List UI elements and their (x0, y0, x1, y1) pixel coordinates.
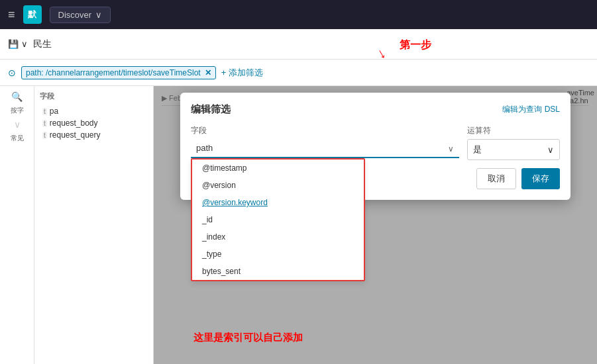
operator-chevron: ∨ (547, 145, 554, 155)
save-filter-button[interactable]: 保存 (521, 168, 560, 189)
filter-sidebar-label: 按字 (11, 106, 24, 115)
content-area: ▶ Feb 19, 2024 @ 15:03:04.517 path: /cha… (154, 86, 597, 364)
add-filter-button[interactable]: + 添加筛选 (221, 67, 263, 79)
field-item-request-query[interactable]: t request_query (40, 129, 148, 141)
save-chevron: ∨ (21, 39, 28, 49)
filter-chip-text: path: /channelarrangement/timeslot/saveT… (26, 68, 201, 77)
field-column-label: 字段 (191, 125, 459, 136)
search-icon: 🔍 (11, 91, 23, 102)
modal-title: 编辑筛选 (191, 103, 231, 116)
topbar: ≡ 默 Discover ∨ (0, 0, 597, 29)
save-icon: 💾 (8, 39, 19, 49)
operator-column-label: 运算符 (467, 125, 560, 136)
field-name-request-body: request_body (50, 118, 98, 128)
left-panel: 字段 t pa t request_body t request_query (34, 86, 154, 364)
chevron-down-icon: ∨ (95, 10, 102, 20)
field-type-t3: t (42, 132, 47, 139)
secondbar: 💾 ∨ 民生 (0, 29, 597, 60)
operator-column: 运算符 是 ∨ (467, 125, 560, 160)
main-area: 🔍 按字 ∨ 常见 字段 t pa t request_body t reque… (0, 86, 597, 364)
username-label: 民生 (33, 38, 52, 50)
menu-icon[interactable]: ≡ (8, 8, 15, 22)
field-input-container: ∨ @timestamp @version @version.keyword _… (191, 139, 459, 158)
operator-select[interactable]: 是 ∨ (467, 139, 560, 160)
filter-chip-close[interactable]: ✕ (205, 68, 211, 77)
dropdown-item-id[interactable]: _id (192, 211, 364, 228)
field-input[interactable] (191, 139, 459, 158)
dropdown-item-index[interactable]: _index (192, 228, 364, 246)
search-sidebar-btn[interactable]: 🔍 (11, 91, 23, 102)
sidebar: 🔍 按字 ∨ 常见 (0, 86, 34, 364)
dropdown-item-type[interactable]: _type (192, 246, 364, 263)
chevron-sidebar[interactable]: ∨ (14, 119, 21, 130)
field-item-path[interactable]: t pa (40, 105, 148, 117)
filterbar: ⊙ path: /channelarrangement/timeslot/sav… (0, 60, 597, 86)
modal-dsl-link[interactable]: 编辑为查询 DSL (502, 104, 560, 115)
chevron-down-icon: ∨ (448, 144, 454, 154)
field-item-request-body[interactable]: t request_body (40, 117, 148, 129)
operator-value: 是 (473, 144, 482, 156)
field-type-t2: t (42, 120, 47, 127)
discover-button[interactable]: Discover ∨ (50, 7, 111, 23)
dropdown-item-bytes-sent[interactable]: bytes_sent (192, 263, 364, 280)
field-name-request-query: request_query (50, 130, 101, 140)
dropdown-item-version-keyword[interactable]: @version.keyword (192, 194, 364, 211)
cancel-button[interactable]: 取消 (476, 168, 516, 189)
modal-fields-row: 字段 ∨ @timestamp @version @version.keywor… (191, 125, 560, 160)
field-type-t: t (42, 108, 47, 115)
filter-sidebar-btn[interactable]: 按字 (11, 106, 24, 115)
app-logo: 默 (23, 5, 42, 24)
edit-filter-modal: 编辑筛选 编辑为查询 DSL 字段 ∨ @timestamp @version … (180, 93, 570, 200)
dropdown-item-timestamp[interactable]: @timestamp (192, 159, 364, 177)
fields-title: 字段 (40, 91, 148, 101)
common-sidebar-label: 常见 (11, 134, 24, 143)
discover-label: Discover (58, 10, 92, 20)
field-name-path: pa (50, 107, 58, 116)
field-column: 字段 ∨ @timestamp @version @version.keywor… (191, 125, 459, 160)
common-sidebar-btn[interactable]: 常见 (11, 134, 24, 143)
save-button[interactable]: 💾 ∨ (8, 39, 28, 49)
modal-header: 编辑筛选 编辑为查询 DSL (191, 103, 560, 116)
bottom-annotation: 这里是索引可以自己添加 (193, 332, 303, 344)
dropdown-item-version[interactable]: @version (192, 177, 364, 194)
filter-chip[interactable]: path: /channelarrangement/timeslot/saveT… (21, 66, 216, 79)
filter-icon: ⊙ (8, 68, 16, 78)
field-dropdown-list: @timestamp @version @version.keyword _id… (191, 158, 365, 281)
